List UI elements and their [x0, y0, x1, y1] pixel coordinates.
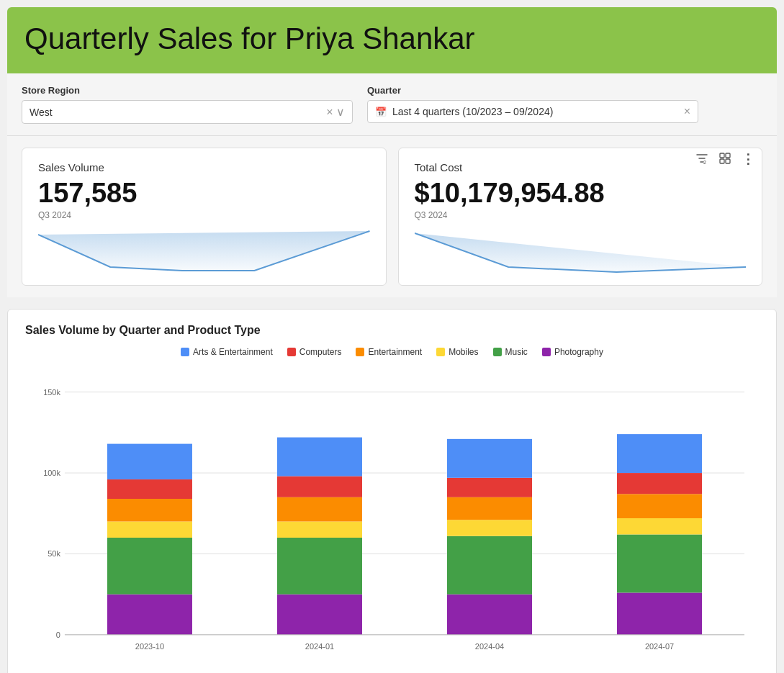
svg-rect-34 — [617, 592, 702, 634]
svg-rect-30 — [447, 497, 532, 520]
svg-rect-27 — [447, 595, 532, 635]
bar-chart-section: Sales Volume by Quarter and Product Type… — [7, 309, 777, 673]
quarter-clear-icon[interactable]: × — [684, 105, 690, 118]
svg-rect-14 — [107, 538, 192, 595]
legend-label-music: Music — [505, 347, 528, 357]
svg-rect-1 — [720, 153, 724, 158]
legend-label-arts: Arts & Entertainment — [193, 347, 273, 357]
legend-label-computers: Computers — [299, 347, 342, 357]
store-region-filter: Store Region West × ∨ — [22, 85, 353, 124]
grid-icon[interactable] — [716, 150, 734, 169]
store-region-clear-icon[interactable]: × ∨ — [326, 105, 345, 119]
filter-icon[interactable]: 2 — [693, 150, 711, 169]
svg-rect-25 — [277, 438, 362, 476]
legend-dot-photography — [542, 348, 551, 356]
svg-text:50k: 50k — [48, 549, 60, 558]
svg-text:2024-01: 2024-01 — [305, 642, 334, 651]
total-cost-subtitle: Q3 2024 — [415, 210, 747, 220]
svg-rect-39 — [617, 434, 702, 473]
svg-text:2024-07: 2024-07 — [645, 642, 674, 651]
svg-rect-22 — [277, 521, 362, 537]
svg-rect-38 — [617, 473, 702, 494]
svg-text:150k: 150k — [43, 388, 60, 397]
legend-arts: Arts & Entertainment — [181, 347, 273, 357]
svg-rect-20 — [277, 595, 362, 635]
quarter-filter: Quarter 📅 Last 4 quarters (10/2023 – 09/… — [367, 85, 698, 124]
legend-music: Music — [493, 347, 528, 357]
bar-chart-canvas: 050k100k150k2023-102024-012024-042024-07 — [25, 369, 759, 673]
store-region-label: Store Region — [22, 85, 353, 96]
legend-label-mobiles: Mobiles — [449, 347, 478, 357]
svg-rect-16 — [107, 499, 192, 521]
legend-computers: Computers — [287, 347, 342, 357]
sales-volume-value: 157,585 — [38, 178, 370, 209]
legend-photography: Photography — [542, 347, 603, 357]
svg-rect-37 — [617, 494, 702, 518]
legend-label-photography: Photography — [554, 347, 603, 357]
svg-text:2023-10: 2023-10 — [135, 642, 164, 651]
svg-rect-35 — [617, 534, 702, 592]
svg-rect-29 — [447, 520, 532, 536]
svg-text:100k: 100k — [43, 469, 60, 477]
legend-dot-mobiles — [436, 348, 445, 356]
page-title: Quarterly Sales for Priya Shankar — [24, 22, 760, 56]
svg-rect-24 — [277, 476, 362, 497]
total-cost-value: $10,179,954.88 — [415, 178, 747, 209]
svg-rect-4 — [726, 159, 730, 163]
svg-rect-2 — [726, 153, 730, 158]
store-region-value: West — [30, 107, 53, 118]
svg-rect-13 — [107, 595, 192, 635]
svg-rect-15 — [107, 521, 192, 537]
svg-rect-17 — [107, 479, 192, 499]
legend-dot-entertainment — [356, 348, 364, 356]
legend-dot-music — [493, 348, 502, 356]
sales-volume-subtitle: Q3 2024 — [38, 210, 370, 220]
total-cost-sparkline — [415, 227, 747, 285]
legend-dot-arts — [181, 348, 189, 356]
store-region-select[interactable]: West × ∨ — [22, 100, 353, 124]
legend-entertainment: Entertainment — [356, 347, 422, 357]
quarter-value: Last 4 quarters (10/2023 – 09/2024) — [392, 106, 553, 117]
metrics-row: 2 ⋮ Sales Volume 157,585 Q3 2024 — [7, 136, 777, 297]
svg-rect-18 — [107, 444, 192, 479]
svg-rect-23 — [277, 497, 362, 522]
sales-volume-label: Sales Volume — [38, 161, 370, 173]
svg-text:0: 0 — [56, 631, 60, 639]
svg-text:2: 2 — [703, 160, 706, 165]
bar-chart-title: Sales Volume by Quarter and Product Type — [25, 324, 759, 337]
toolbar-icons: 2 ⋮ — [693, 149, 757, 169]
legend-dot-computers — [287, 348, 296, 356]
sales-volume-sparkline — [38, 227, 370, 285]
svg-rect-21 — [277, 538, 362, 595]
filters-section: Store Region West × ∨ Quarter 📅 Last 4 q… — [7, 73, 777, 136]
legend-label-entertainment: Entertainment — [368, 347, 422, 357]
svg-rect-31 — [447, 478, 532, 497]
legend-mobiles: Mobiles — [436, 347, 478, 357]
more-icon[interactable]: ⋮ — [739, 149, 757, 169]
quarter-select[interactable]: 📅 Last 4 quarters (10/2023 – 09/2024) × — [367, 100, 698, 123]
svg-rect-36 — [617, 518, 702, 534]
calendar-icon: 📅 — [375, 107, 387, 117]
chart-legend: Arts & Entertainment Computers Entertain… — [25, 347, 759, 357]
svg-rect-3 — [720, 159, 724, 163]
svg-rect-32 — [447, 439, 532, 478]
sales-volume-card: Sales Volume 157,585 Q3 2024 — [22, 148, 387, 286]
page-header: Quarterly Sales for Priya Shankar — [7, 7, 777, 73]
svg-rect-28 — [447, 536, 532, 595]
svg-text:2024-04: 2024-04 — [475, 642, 504, 651]
quarter-label: Quarter — [367, 85, 698, 96]
